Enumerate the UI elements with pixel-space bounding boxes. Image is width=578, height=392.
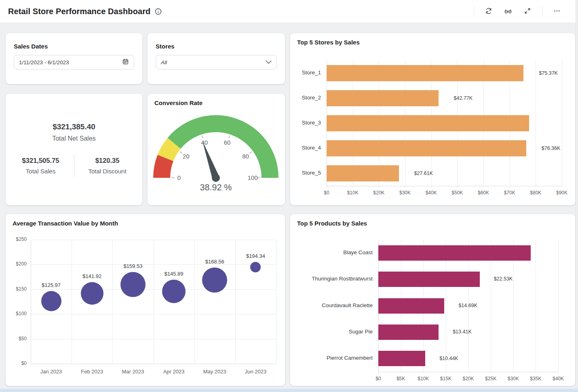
gauge-tick	[229, 135, 230, 138]
value-label: $27.61K	[414, 161, 433, 186]
gauge-tick	[249, 152, 252, 153]
bubble[interactable]	[250, 262, 261, 272]
x-axis-tick-label: $60K	[471, 190, 496, 196]
value-label: $14.69K	[458, 293, 477, 319]
stores-label: Stores	[156, 43, 277, 50]
bar[interactable]	[327, 90, 439, 106]
x-axis-tick-label: $10K	[411, 376, 435, 381]
bubble[interactable]	[41, 291, 61, 311]
kpi-row: $321,505.75 Total Sales $120.35 Total Di…	[17, 154, 132, 177]
x-axis-tick-label: $15K	[434, 376, 458, 381]
bar[interactable]	[327, 115, 529, 131]
date-range-picker[interactable]	[14, 55, 134, 70]
bubble-value-label: $141.92	[74, 273, 110, 279]
bar[interactable]	[327, 140, 526, 156]
page-title: Retail Store Performance Dashboard	[8, 7, 150, 16]
total-net-sales-value: $321,385.40	[53, 122, 95, 131]
sales-dates-filter-card: Sales Dates	[6, 33, 142, 84]
header-actions	[470, 3, 576, 19]
total-discount-value: $120.35	[95, 157, 120, 164]
bar[interactable]	[378, 245, 531, 261]
bubble-value-label: $168.56	[196, 259, 233, 265]
bubble[interactable]	[81, 282, 103, 305]
category-label: Store_3	[290, 120, 321, 126]
gridline	[154, 240, 154, 364]
gridline	[536, 240, 536, 374]
x-axis-tick-label: $5K	[389, 376, 413, 381]
avg-transaction-card: Average Transaction Value by Month $0$50…	[6, 214, 285, 386]
x-axis-tick-label: $50K	[445, 190, 469, 196]
bubble-value-label: $194.34	[237, 253, 274, 259]
x-axis-tick-label: $0	[366, 376, 390, 381]
total-discount-kpi: $120.35 Total Discount	[83, 157, 132, 175]
gridline	[194, 240, 195, 364]
category-label: Sugar Pie	[290, 329, 373, 335]
bubble[interactable]	[162, 280, 186, 303]
gauge-tick-label: 100	[247, 174, 257, 181]
value-label: $75.37K	[539, 61, 558, 86]
more-menu-button[interactable]	[549, 3, 565, 19]
x-axis-tick-label: $20K	[456, 376, 481, 381]
x-axis-tick-label: $40K	[546, 376, 570, 381]
sales-kpi-card: $321,385.40 Total Net Sales $321,505.75 …	[6, 94, 142, 205]
gauge-tick	[180, 152, 182, 153]
gauge-value-label: 38.92 %	[200, 183, 232, 192]
category-label: Store_4	[290, 145, 321, 151]
gauge-tick	[202, 135, 203, 138]
gridline	[276, 240, 276, 364]
bubble[interactable]	[120, 272, 146, 297]
gauge-needle	[203, 141, 219, 179]
refresh-icon	[485, 7, 492, 16]
x-axis-tick-label: $70K	[498, 190, 522, 196]
expand-icon	[524, 7, 531, 16]
top-stores-bar-chart: $0$10K$20K$30K$40K$50K$60K$70K$80K$90KSt…	[290, 33, 575, 205]
category-label: Thuringian Rostbratwurst	[290, 276, 373, 282]
glasses-icon	[504, 7, 512, 16]
value-label: $10.44K	[439, 346, 458, 372]
gridline	[31, 364, 276, 364]
bar[interactable]	[378, 298, 444, 314]
x-axis-tick-label: $35K	[523, 376, 548, 381]
stores-dropdown[interactable]: All	[156, 55, 277, 70]
refresh-button[interactable]	[481, 3, 497, 19]
bubble-value-label: $159.53	[115, 263, 151, 269]
date-range-input[interactable]	[19, 59, 116, 65]
gauge-tick-label: 20	[183, 153, 190, 160]
total-sales-value: $321,505.75	[22, 157, 59, 164]
y-axis-tick-label: $200	[6, 261, 27, 267]
gauge-tick-label: 80	[242, 153, 249, 160]
bar[interactable]	[378, 325, 439, 340]
header: Retail Store Performance Dashboard	[0, 0, 576, 23]
gauge-tick-label: 40	[201, 139, 208, 146]
y-axis-tick-label: $250	[6, 236, 27, 242]
gridline	[562, 61, 562, 188]
page-right-edge	[576, 0, 578, 392]
bar[interactable]	[378, 272, 480, 287]
x-axis-category-label: Apr 2023	[156, 369, 192, 375]
preview-button[interactable]	[500, 3, 516, 19]
avg-transaction-bubble-chart: $0$50$100$150$200$250Jan 2023$125.97Feb …	[6, 214, 285, 386]
sales-dates-label: Sales Dates	[14, 43, 134, 50]
value-label: $76.36K	[542, 136, 561, 161]
bar[interactable]	[327, 65, 523, 81]
conversion-rate-card: Conversion Rate 02040608010038.92 %	[148, 94, 285, 205]
gridline	[536, 61, 536, 188]
total-sales-kpi: $321,505.75 Total Sales	[17, 157, 65, 175]
x-axis-tick-label: $30K	[501, 376, 525, 381]
gridline	[558, 240, 559, 374]
category-label: Pierrot Camembert	[290, 355, 373, 361]
divider	[542, 6, 542, 17]
stores-selected-value: All	[161, 59, 167, 65]
bar[interactable]	[378, 351, 425, 366]
bar[interactable]	[327, 165, 399, 181]
x-axis-tick-label: $25K	[479, 376, 503, 381]
x-axis-tick-label: $90K	[550, 190, 574, 196]
y-axis-tick-label: $50	[6, 336, 27, 341]
dashboard-page: Retail Store Performance Dashboard	[0, 0, 578, 392]
fullscreen-button[interactable]	[519, 3, 536, 19]
y-axis-tick-label: $100	[6, 311, 27, 316]
info-icon[interactable]	[154, 8, 162, 15]
category-label: Store_2	[290, 95, 321, 101]
bubble[interactable]	[202, 268, 227, 293]
chevron-down-icon	[266, 59, 272, 66]
